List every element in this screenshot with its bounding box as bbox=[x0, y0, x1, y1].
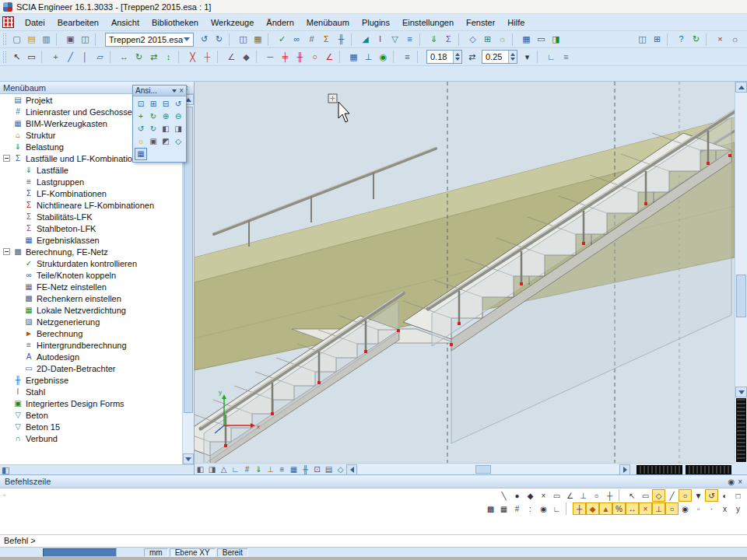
working-plane-indicator[interactable]: Ebene XY bbox=[170, 548, 216, 557]
spinner-up-icon[interactable] bbox=[510, 53, 515, 56]
menu-item[interactable]: Ändern bbox=[260, 16, 300, 30]
track-line-icon[interactable]: ╲ bbox=[497, 489, 510, 502]
results-display-icon[interactable]: ╫ bbox=[300, 464, 311, 475]
mirror-icon[interactable]: ⇄ bbox=[146, 50, 161, 64]
scale-icon[interactable]: ↕ bbox=[161, 50, 176, 64]
unit-indicator[interactable]: mm bbox=[144, 548, 168, 557]
dimension-lines-icon[interactable]: ≡ bbox=[559, 50, 573, 64]
activity-icon[interactable]: ☼ bbox=[495, 33, 510, 47]
coordinate-input-icon[interactable]: ▾ bbox=[520, 50, 535, 64]
view-3d-icon[interactable]: ◇ bbox=[465, 33, 480, 47]
swap-values-icon[interactable]: ⇄ bbox=[465, 50, 479, 64]
midpoint-snap-icon[interactable]: ▲ bbox=[599, 502, 612, 515]
profile-library-icon[interactable]: I bbox=[373, 33, 388, 47]
grid-point-icon[interactable]: ▫ bbox=[692, 502, 705, 515]
load-case-icon[interactable]: ⇓ bbox=[426, 33, 441, 47]
percent-snap-icon[interactable]: % bbox=[612, 502, 626, 515]
snap-tangent-icon[interactable]: ○ bbox=[590, 489, 603, 502]
invert-selection-icon[interactable]: ◐ bbox=[718, 489, 731, 502]
menu-item[interactable]: Bibliotheken bbox=[146, 16, 205, 30]
open-project-icon[interactable]: ▤ bbox=[24, 33, 39, 47]
page-preview-icon[interactable]: ◫ bbox=[78, 33, 93, 47]
tangent-snap-icon[interactable]: ○ bbox=[665, 502, 679, 515]
axes-display-icon[interactable]: ∟ bbox=[230, 464, 241, 475]
zoom-window-icon[interactable]: ⊡ bbox=[135, 98, 147, 110]
scroll-down-icon[interactable] bbox=[735, 387, 747, 397]
viewport-horizontal-scrollbar[interactable] bbox=[358, 464, 619, 475]
ucs-icon[interactable]: ∟ bbox=[544, 50, 559, 64]
menu-item[interactable]: Menübaum bbox=[300, 16, 356, 30]
numbering-icon[interactable]: # bbox=[241, 464, 253, 475]
select-rect-icon[interactable]: ▭ bbox=[24, 50, 39, 64]
freepoint-icon[interactable]: · bbox=[705, 502, 718, 515]
tree-item[interactable]: ▣ Integriertes Design Forms bbox=[0, 397, 182, 409]
scroll-right-icon[interactable] bbox=[619, 464, 630, 475]
tree-item[interactable]: ▦ Lokale Netzverdichtung bbox=[0, 304, 182, 316]
section-icon[interactable]: ◢ bbox=[358, 33, 373, 47]
snap-node-icon[interactable]: ● bbox=[510, 489, 524, 502]
print-icon[interactable]: ▣ bbox=[63, 33, 78, 47]
command-output-area[interactable]: ▫ ╲●◆×▭∠⊥○┼↖▭◇╱○▼↺◐□ ▩▦#:◉∟┼◆▲%↔×⊥○◉▫·xy bbox=[0, 488, 747, 534]
tree-item[interactable]: I Stahl bbox=[0, 386, 182, 397]
scroll-down-icon[interactable] bbox=[183, 453, 194, 464]
material-icon[interactable]: ▽ bbox=[388, 33, 402, 47]
layer-list-icon[interactable]: ≡ bbox=[400, 50, 415, 64]
orbit-icon[interactable]: ↻ bbox=[147, 110, 160, 123]
rotate-left-icon[interactable]: ↺ bbox=[135, 123, 147, 135]
view-front-icon[interactable]: ◧ bbox=[160, 123, 172, 135]
tree-item[interactable]: ✓ Strukturdaten kontrollieren bbox=[0, 257, 182, 269]
named-view-icon[interactable]: ▦ bbox=[135, 148, 147, 160]
tree-item[interactable]: ╫ Ergebnisse bbox=[0, 374, 182, 386]
model-data-icon[interactable]: ▦ bbox=[288, 464, 300, 475]
tree-item[interactable]: Σ Nichtlineare LF-Kombinationen bbox=[0, 199, 182, 211]
dimension-icon[interactable]: ∠ bbox=[224, 50, 239, 64]
zoom-all-icon[interactable]: ⊞ bbox=[480, 33, 495, 47]
spinner-up-icon[interactable] bbox=[455, 53, 460, 56]
double-line-icon[interactable]: ╪ bbox=[278, 50, 293, 64]
snap-raster-icon[interactable]: # bbox=[510, 502, 524, 515]
tree-item[interactable]: Σ LF-Kombinationen bbox=[0, 187, 182, 199]
tree-item[interactable]: ▨ Netzgenerierung bbox=[0, 316, 182, 327]
model-3d-view[interactable]: x y bbox=[195, 82, 735, 463]
render-mode-icon[interactable]: ◧ bbox=[195, 464, 206, 475]
snap-angle-icon[interactable]: ∠ bbox=[563, 489, 577, 502]
redo-icon[interactable]: ↻ bbox=[212, 33, 226, 47]
viewport-vertical-scrollbar[interactable] bbox=[735, 82, 747, 463]
support-display-icon[interactable]: ⊥ bbox=[265, 464, 276, 475]
update-icon[interactable]: ↻ bbox=[689, 33, 703, 47]
menu-item[interactable]: Ansicht bbox=[105, 16, 146, 30]
filter-icon[interactable]: ▼ bbox=[692, 489, 705, 502]
close-icon[interactable]: × bbox=[179, 86, 184, 95]
zoom-in-icon[interactable]: ⊕ bbox=[160, 110, 172, 123]
length-snap-icon[interactable]: ↔ bbox=[626, 502, 639, 515]
select-poly-icon[interactable]: ◇ bbox=[652, 489, 665, 502]
tree-expander-icon[interactable] bbox=[3, 155, 10, 162]
toolbar-grip[interactable] bbox=[3, 51, 6, 63]
grid-size-spinner[interactable]: 0.25 bbox=[482, 50, 517, 64]
calculation-icon[interactable]: Σ bbox=[319, 33, 334, 47]
combination-icon[interactable]: Σ bbox=[441, 33, 456, 47]
check-structure-icon[interactable]: ✓ bbox=[275, 33, 289, 47]
shadow-icon[interactable]: ◩ bbox=[160, 135, 172, 148]
help-icon[interactable]: ? bbox=[674, 33, 689, 47]
menu-item[interactable]: Fenster bbox=[460, 16, 501, 30]
menu-item[interactable]: Einstellungen bbox=[396, 16, 460, 30]
tree-item[interactable]: ▽ Beton bbox=[0, 409, 182, 421]
add-beam-icon[interactable]: ╱ bbox=[63, 50, 78, 64]
tree-item[interactable]: ⇓ Lastfälle bbox=[0, 164, 182, 176]
cursor-snap-icon[interactable]: ┼ bbox=[573, 502, 586, 515]
clip-box-icon[interactable]: ⊡ bbox=[311, 464, 323, 475]
tree-item[interactable]: ► Berechnung bbox=[0, 327, 182, 339]
tree-item[interactable]: ≡ Lastgruppen bbox=[0, 176, 182, 187]
render-mode-icon[interactable]: ▣ bbox=[147, 135, 160, 148]
perspective-icon[interactable]: ◇ bbox=[172, 135, 184, 148]
shrink-icon[interactable]: △ bbox=[218, 464, 230, 475]
previous-selection-icon[interactable]: ↺ bbox=[705, 489, 718, 502]
snap-perpendicular-icon[interactable]: ⊥ bbox=[577, 489, 590, 502]
select-window-icon[interactable]: ▭ bbox=[639, 489, 652, 502]
tree-item[interactable]: Σ Stahlbeton-LFK bbox=[0, 222, 182, 234]
light-icon[interactable]: ☼ bbox=[135, 135, 147, 148]
grid-icon[interactable]: ▦ bbox=[346, 50, 361, 64]
command-panel-header[interactable]: Befehlszeile ◉ × bbox=[0, 475, 747, 488]
load-display-icon[interactable]: ⇓ bbox=[253, 464, 265, 475]
